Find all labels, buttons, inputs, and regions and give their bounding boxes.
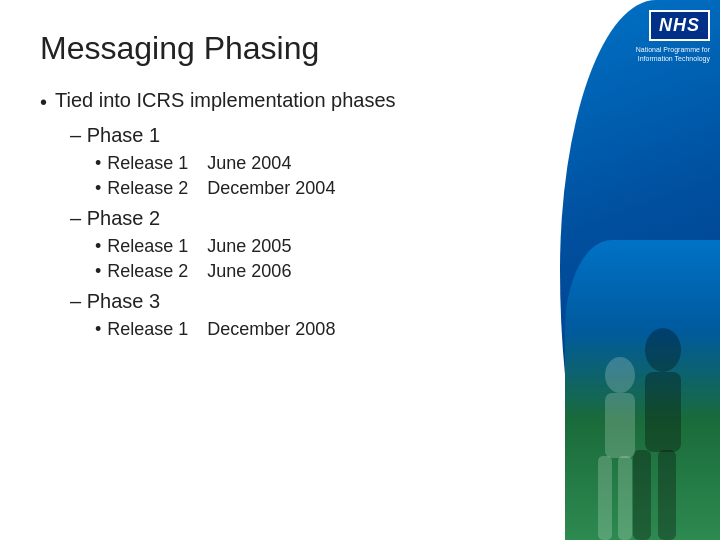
slide: NHS National Programme for Information T…: [0, 0, 720, 540]
bullet-icon: •: [95, 153, 101, 174]
phase-2: – Phase 2•Release 1June 2005•Release 2Ju…: [40, 207, 540, 282]
phase-1-release-2: •Release 2December 2004: [95, 178, 540, 199]
phase-3: – Phase 3•Release 1December 2008: [40, 290, 540, 340]
phase-2-release-2: •Release 2June 2006: [95, 261, 540, 282]
phase-1-heading: – Phase 1: [70, 124, 540, 147]
release-label: Release 1: [107, 319, 207, 340]
release-label: Release 2: [107, 261, 207, 282]
main-bullet-icon: •: [40, 91, 47, 114]
svg-rect-3: [658, 450, 676, 540]
svg-rect-6: [598, 456, 612, 540]
main-bullet-text: Tied into ICRS implementation phases: [55, 87, 396, 113]
slide-content: Messaging Phasing • Tied into ICRS imple…: [0, 0, 570, 364]
people-silhouette: [578, 320, 708, 540]
bullet-icon: •: [95, 236, 101, 257]
main-bullet: • Tied into ICRS implementation phases: [40, 87, 540, 114]
release-date: June 2006: [207, 261, 291, 282]
bullet-icon: •: [95, 178, 101, 199]
bullet-icon: •: [95, 261, 101, 282]
nhs-badge: NHS: [649, 10, 710, 41]
svg-point-4: [605, 357, 635, 393]
phase-3-heading: – Phase 3: [70, 290, 540, 313]
release-label: Release 1: [107, 236, 207, 257]
phase-3-release-1: •Release 1December 2008: [95, 319, 540, 340]
svg-rect-1: [645, 372, 681, 452]
slide-title: Messaging Phasing: [40, 30, 540, 67]
release-date: June 2005: [207, 236, 291, 257]
nhs-logo: NHS National Programme for Information T…: [636, 10, 710, 63]
release-label: Release 2: [107, 178, 207, 199]
photo-area: [565, 240, 720, 540]
bullet-icon: •: [95, 319, 101, 340]
svg-rect-7: [618, 456, 632, 540]
phase-1: – Phase 1•Release 1June 2004•Release 2De…: [40, 124, 540, 199]
phases-container: – Phase 1•Release 1June 2004•Release 2De…: [40, 124, 540, 340]
phase-1-release-1: •Release 1June 2004: [95, 153, 540, 174]
nhs-subtitle: National Programme for Information Techn…: [636, 45, 710, 63]
phase-2-heading: – Phase 2: [70, 207, 540, 230]
svg-point-0: [645, 328, 681, 372]
svg-rect-5: [605, 393, 635, 458]
release-date: June 2004: [207, 153, 291, 174]
phase-2-release-1: •Release 1June 2005: [95, 236, 540, 257]
svg-rect-2: [633, 450, 651, 540]
release-label: Release 1: [107, 153, 207, 174]
release-date: December 2004: [207, 178, 335, 199]
nhs-line1: National Programme for: [636, 46, 710, 53]
photo-placeholder: [565, 240, 720, 540]
release-date: December 2008: [207, 319, 335, 340]
nhs-line2: Information Technology: [638, 55, 710, 62]
